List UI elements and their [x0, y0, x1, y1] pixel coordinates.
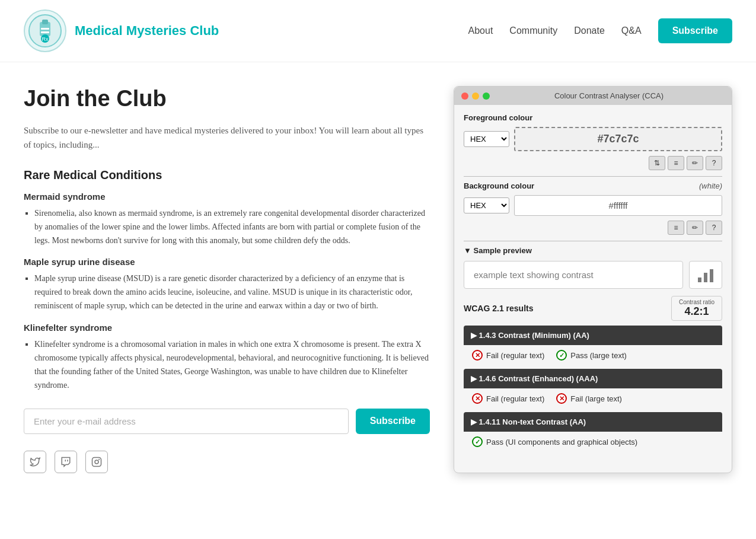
- background-toolbar: ≡ ✏ ?: [464, 221, 722, 235]
- email-subscribe-button[interactable]: Subscribe: [356, 409, 430, 434]
- condition-text: Maple syrup urine disease (MSUD) is a ra…: [34, 272, 430, 312]
- wcag-result: ✓Pass (UI components and graphical objec…: [472, 436, 637, 447]
- fail-icon: ✕: [472, 350, 483, 361]
- wcag-result-row: ✕Fail (regular text)✕Fail (large text): [464, 388, 722, 410]
- sample-preview-label: ▼ Sample preview: [464, 246, 722, 255]
- condition-item: Maple syrup urine diseaseMaple syrup uri…: [24, 257, 430, 312]
- background-hint: (white): [699, 181, 722, 190]
- condition-item: Klinefelter syndromeKlinefelter syndrome…: [24, 323, 430, 392]
- window-close-dot[interactable]: [461, 93, 468, 100]
- fg-adjust-btn[interactable]: ≡: [668, 156, 684, 170]
- logo-image: Rx: [24, 9, 66, 52]
- background-format-select[interactable]: HEXRGBHSL: [464, 197, 509, 213]
- svg-rect-4: [41, 31, 49, 33]
- window-minimize-dot[interactable]: [472, 93, 479, 100]
- nav-qa[interactable]: Q&A: [621, 25, 642, 36]
- wcag-header-row: WCAG 2.1 results Contrast ratio 4.2:1: [464, 296, 722, 321]
- main-nav: About Community Donate Q&A Subscribe: [468, 18, 732, 43]
- wcag-item: ▶ 1.4.3 Contrast (Minimum) (AA)✕Fail (re…: [464, 326, 722, 366]
- contrast-ratio-box: Contrast ratio 4.2:1: [671, 296, 722, 321]
- condition-list: Sirenomelia, also known as mermaid syndr…: [34, 206, 430, 247]
- page-description: Subscribe to our e-newsletter and have m…: [24, 123, 430, 152]
- foreground-color-input[interactable]: #7c7c7c: [514, 127, 722, 151]
- nav-donate[interactable]: Donate: [574, 25, 605, 36]
- wcag-item-title: ▶ 1.4.3 Contrast (Minimum) (AA): [471, 331, 589, 340]
- background-color-input[interactable]: #ffffff: [514, 195, 722, 216]
- svg-point-8: [95, 460, 98, 464]
- condition-title: Klinefelter syndrome: [24, 323, 430, 333]
- twitter-icon[interactable]: [24, 451, 46, 473]
- condition-item: Mermaid syndromeSirenomelia, also known …: [24, 192, 430, 247]
- cca-title: Colour Contrast Analyser (CCA): [493, 91, 725, 100]
- wcag-result: ✓Pass (large text): [556, 350, 627, 361]
- sample-preview-text: example text showing contrast: [464, 261, 683, 289]
- svg-rect-3: [41, 28, 49, 30]
- cca-body: Foreground colour HEXRGBHSL #7c7c7c ⇅ ≡ …: [454, 105, 732, 464]
- pass-icon: ✓: [556, 350, 567, 361]
- condition-title: Mermaid syndrome: [24, 192, 430, 202]
- condition-text: Klinefelter syndrome is a chromosomal va…: [34, 337, 430, 392]
- foreground-toolbar: ⇅ ≡ ✏ ?: [464, 156, 722, 170]
- background-label-row: Background colour (white): [464, 181, 722, 190]
- fg-picker-btn[interactable]: ✏: [687, 156, 703, 170]
- condition-title: Maple syrup urine disease: [24, 257, 430, 267]
- wcag-result-label: Pass (UI components and graphical object…: [486, 438, 637, 446]
- condition-list: Klinefelter syndrome is a chromosomal va…: [34, 337, 430, 392]
- window-maximize-dot[interactable]: [483, 93, 490, 100]
- logo-area: Rx Medical Mysteries Club: [24, 9, 219, 52]
- wcag-result-label: Pass (large text): [570, 351, 627, 360]
- email-subscribe-row: Subscribe: [24, 409, 430, 434]
- twitch-icon[interactable]: [55, 451, 77, 473]
- nav-about[interactable]: About: [468, 25, 493, 36]
- content-area: Join the Club Subscribe to our e-newslet…: [24, 86, 430, 473]
- background-color-row: HEXRGBHSL #ffffff: [464, 195, 722, 216]
- wcag-item-header[interactable]: ▶ 1.4.6 Contrast (Enhanced) (AAA): [464, 369, 722, 388]
- fail-icon: ✕: [472, 393, 483, 404]
- wcag-result-label: Fail (regular text): [486, 351, 544, 360]
- sample-preview-chart: [689, 261, 722, 289]
- site-title: Medical Mysteries Club: [75, 23, 219, 39]
- main-layout: Join the Club Subscribe to our e-newslet…: [0, 62, 756, 485]
- section-title: Rare Medical Conditions: [24, 168, 430, 182]
- wcag-item-header[interactable]: ▶ 1.4.11 Non-text Contrast (AA): [464, 412, 722, 432]
- cca-divider-2: [464, 241, 722, 241]
- nav-community[interactable]: Community: [509, 25, 557, 36]
- svg-rect-7: [92, 457, 101, 466]
- bg-adjust-btn[interactable]: ≡: [668, 221, 684, 235]
- sample-preview-row: example text showing contrast: [464, 261, 722, 289]
- foreground-label: Foreground colour: [464, 113, 722, 122]
- bg-help-btn[interactable]: ?: [706, 221, 722, 235]
- foreground-format-select[interactable]: HEXRGBHSL: [464, 131, 509, 147]
- wcag-item-title: ▶ 1.4.6 Contrast (Enhanced) (AAA): [471, 374, 598, 383]
- wcag-result: ✕Fail (regular text): [472, 393, 544, 404]
- header: Rx Medical Mysteries Club About Communit…: [0, 0, 756, 62]
- conditions-list: Mermaid syndromeSirenomelia, also known …: [24, 192, 430, 392]
- instagram-icon[interactable]: [85, 451, 108, 473]
- wcag-items-container: ▶ 1.4.3 Contrast (Minimum) (AA)✕Fail (re…: [464, 326, 722, 453]
- wcag-result-row: ✓Pass (UI components and graphical objec…: [464, 432, 722, 453]
- bg-picker-btn[interactable]: ✏: [687, 221, 703, 235]
- email-input[interactable]: [24, 409, 349, 434]
- wcag-result-label: Fail (regular text): [486, 394, 544, 403]
- cca-divider-1: [464, 176, 722, 177]
- svg-rect-11: [704, 273, 707, 282]
- wcag-item: ▶ 1.4.11 Non-text Contrast (AA)✓Pass (UI…: [464, 412, 722, 453]
- foreground-color-row: HEXRGBHSL #7c7c7c: [464, 127, 722, 151]
- contrast-ratio-label: Contrast ratio: [679, 299, 714, 305]
- wcag-result: ✕Fail (regular text): [472, 350, 544, 361]
- svg-point-9: [99, 459, 100, 460]
- wcag-item-header[interactable]: ▶ 1.4.3 Contrast (Minimum) (AA): [464, 326, 722, 345]
- fg-swap-btn[interactable]: ⇅: [649, 156, 665, 170]
- background-label: Background colour: [464, 181, 534, 190]
- svg-rect-10: [698, 278, 701, 282]
- fg-help-btn[interactable]: ?: [706, 156, 722, 170]
- wcag-result-row: ✕Fail (regular text)✓Pass (large text): [464, 345, 722, 366]
- wcag-result-label: Fail (large text): [570, 394, 622, 403]
- wcag-item: ▶ 1.4.6 Contrast (Enhanced) (AAA)✕Fail (…: [464, 369, 722, 410]
- pass-icon: ✓: [472, 436, 483, 447]
- social-icons-row: [24, 451, 430, 473]
- fail-icon: ✕: [556, 393, 567, 404]
- cca-titlebar: Colour Contrast Analyser (CCA): [454, 87, 732, 105]
- page-title: Join the Club: [24, 86, 430, 111]
- header-subscribe-button[interactable]: Subscribe: [658, 18, 732, 43]
